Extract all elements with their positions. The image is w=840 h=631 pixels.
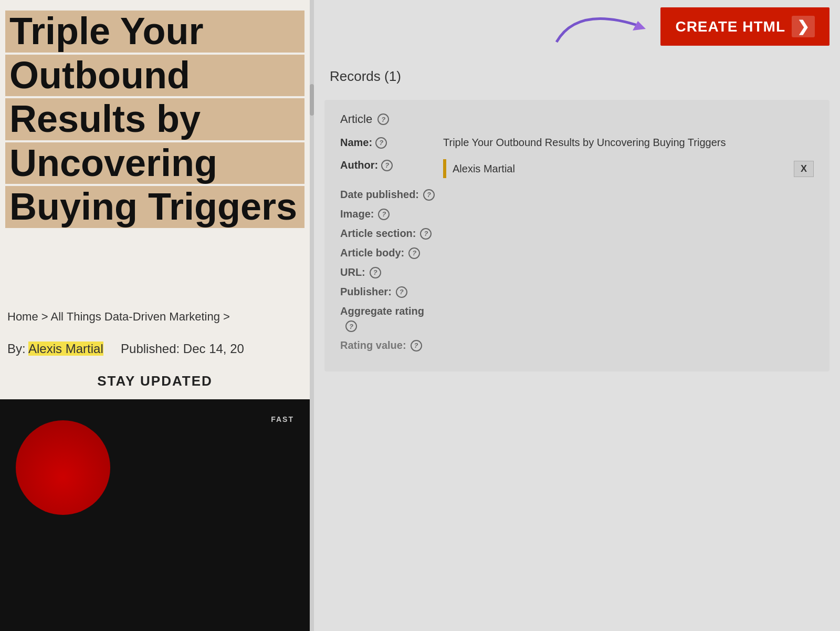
url-help-icon[interactable]: ?	[370, 267, 381, 278]
aggregate-rating-section: Aggregate rating ?	[340, 305, 814, 332]
author-field-wrapper: Alexis Martial X	[443, 159, 814, 178]
rating-value-label: Rating value: ?	[340, 339, 814, 351]
author-dismiss-button[interactable]: X	[794, 161, 814, 177]
url-label: URL: ?	[340, 266, 814, 278]
author-highlight: Alexis Martial	[28, 342, 103, 356]
article-type-help-icon[interactable]: ?	[377, 113, 389, 125]
date-help-icon[interactable]: ?	[423, 189, 435, 201]
author-field-row: Author: ? Alexis Martial X	[340, 159, 814, 178]
red-circle-graphic	[16, 420, 110, 515]
title-line-4: Uncovering	[5, 142, 304, 184]
stay-updated-label: STAY UPDATED	[0, 368, 310, 395]
records-panel: CREATE HTML ❯ Records (1) Article ? Name…	[314, 0, 840, 631]
article-title: Triple Your Outbound Results by Uncoveri…	[0, 0, 310, 239]
article-preview-panel: Triple Your Outbound Results by Uncoveri…	[0, 0, 310, 631]
author-help-icon[interactable]: ?	[381, 160, 393, 171]
name-help-icon[interactable]: ?	[375, 137, 387, 149]
aggregate-rating-help-icon[interactable]: ?	[345, 320, 357, 332]
article-type-label: Article ?	[340, 112, 814, 126]
publisher-section: Publisher: ?	[340, 286, 814, 298]
name-field-value: Triple Your Outbound Results by Uncoveri…	[443, 137, 814, 149]
name-field-label: Name: ?	[340, 137, 435, 149]
records-header: Records (1)	[330, 68, 401, 85]
rating-value-help-icon[interactable]: ?	[411, 340, 422, 351]
fast-label: FAST	[271, 415, 294, 423]
article-card: Article ? Name: ? Triple Your Outbound R…	[324, 100, 830, 371]
breadcrumb: Home > All Things Data-Driven Marketing …	[0, 305, 310, 329]
url-section: URL: ?	[340, 266, 814, 278]
divider-handle[interactable]	[310, 84, 314, 116]
video-thumbnail: FAST	[0, 399, 310, 631]
title-line-5: Buying Triggers	[5, 186, 304, 228]
title-line-3: Results by	[5, 98, 304, 140]
article-section-label: Article section: ?	[340, 227, 814, 240]
create-html-button[interactable]: CREATE HTML ❯	[660, 7, 830, 46]
rating-value-section: Rating value: ?	[340, 339, 814, 351]
title-line-1: Triple Your	[5, 11, 304, 53]
author-field-label: Author: ?	[340, 159, 435, 171]
byline: By: Alexis Martial Published: Dec 14, 20	[0, 336, 310, 361]
author-field-value: Alexis Martial	[446, 160, 794, 178]
article-body-label: Article body: ?	[340, 247, 814, 259]
panel-divider[interactable]	[310, 0, 314, 631]
article-section-section: Article section: ?	[340, 227, 814, 240]
create-html-arrow-icon: ❯	[792, 16, 815, 37]
article-body-help-icon[interactable]: ?	[408, 247, 420, 259]
publisher-label: Publisher: ?	[340, 286, 814, 298]
title-line-2: Outbound	[5, 55, 304, 97]
article-body-section: Article body: ?	[340, 247, 814, 259]
curved-arrow-graphic	[546, 0, 662, 53]
image-section: Image: ?	[340, 208, 814, 220]
aggregate-rating-label: Aggregate rating	[340, 305, 814, 317]
date-published-section: Date published: ?	[340, 189, 814, 201]
create-html-label: CREATE HTML	[675, 18, 785, 35]
image-help-icon[interactable]: ?	[378, 209, 390, 220]
publisher-help-icon[interactable]: ?	[396, 286, 407, 298]
date-published-label: Date published: ?	[340, 189, 814, 201]
article-section-help-icon[interactable]: ?	[420, 228, 432, 240]
image-label: Image: ?	[340, 208, 814, 220]
name-field-row: Name: ? Triple Your Outbound Results by …	[340, 137, 814, 149]
